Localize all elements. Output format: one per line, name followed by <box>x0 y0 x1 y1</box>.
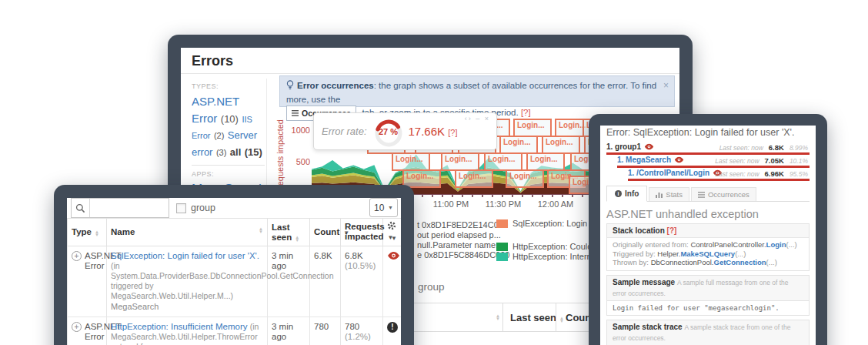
requests-impacted-cell: 6.8K(10.5%) <box>341 246 383 317</box>
y-axis-tick-label: 1000 <box>278 126 310 135</box>
y-axis-tick-label: 500 <box>278 157 310 166</box>
error-name-link[interactable]: HttpException: Insufficient Memory <box>111 322 247 331</box>
help-link[interactable]: [?] <box>667 226 677 235</box>
group-percent: 10.1% <box>790 157 808 165</box>
exception-subtitle: ASP.NET unhandled exception <box>606 208 810 220</box>
table-row[interactable]: +ASP.NET Error HttpException: Insufficie… <box>68 317 402 345</box>
legend-swatch-orange <box>496 219 508 228</box>
group-percent: 8.99% <box>790 144 808 152</box>
alert-status-cell[interactable]: ! <box>383 317 402 345</box>
error-detail-title: Error: SqlException: Login failed for us… <box>606 127 810 138</box>
sidebar-divider <box>192 165 265 166</box>
group-row[interactable]: 1. group1 Last seen: now6.8K8.99% <box>606 142 810 152</box>
tab-stats[interactable]: Stats <box>649 187 689 201</box>
sample-stack-trace-header: Sample stack trace A sample stack trace … <box>606 320 810 345</box>
name-column-header[interactable]: Name▲▼ <box>107 219 268 246</box>
group-name[interactable]: 1. /ControlPanel/Login <box>628 169 723 177</box>
chevron-down-icon: ▼ <box>388 205 393 210</box>
x-axis-tick-label: 12:00 AM <box>529 199 582 209</box>
occurrence-annotation-box[interactable]: Login... <box>455 169 493 188</box>
group-row[interactable]: 1. /ControlPanel/Login Last seen: now6.9… <box>606 169 810 179</box>
last-seen-text: Last seen: now <box>719 144 763 152</box>
errors-table: Type▲▼ Name▲▼ Last seen▲▼ Count▼ Request… <box>67 218 401 345</box>
occurrence-annotation-box[interactable]: Login... <box>506 169 544 188</box>
bar-chart-icon <box>656 192 663 198</box>
table-toolbar: group 10 ▼ <box>67 198 401 218</box>
group-checkbox[interactable] <box>176 203 186 213</box>
group-name[interactable]: 1. MegaSearch <box>617 156 684 164</box>
occurrence-annotation-box[interactable]: Login... <box>441 152 479 171</box>
table-row[interactable]: +ASP.NET Error SqlException: Login faile… <box>68 246 402 317</box>
gear-icon <box>387 221 396 230</box>
filter-aspnet-error-count: (10) <box>221 113 239 125</box>
search-input[interactable] <box>90 199 169 217</box>
occurrence-annotation-box[interactable]: Login... <box>526 152 565 171</box>
eye-icon <box>387 251 400 260</box>
last-seen-column-header[interactable]: Last seen▲▼ <box>268 219 310 246</box>
occurrence-annotation-box[interactable]: Login... <box>513 119 552 137</box>
title-separator <box>181 73 679 74</box>
legend-fragment: out period elapsed p... <box>417 230 501 239</box>
occurrence-annotation-box[interactable]: Login... <box>484 152 522 171</box>
group-checkbox-label: group <box>191 203 215 213</box>
table-header-row: Type▲▼ Name▲▼ Last seen▲▼ Count▼ Request… <box>68 219 402 246</box>
eye-icon <box>674 156 684 163</box>
notice-close-icon[interactable]: × <box>663 79 669 92</box>
search-icon <box>72 199 90 217</box>
chevron-down-icon: ▼ <box>391 235 397 242</box>
stack-location-header: Stack location [?] <box>607 224 809 238</box>
error-groups: 1. group1 Last seen: now6.8K8.99% 1. Meg… <box>606 142 810 179</box>
occurrence-annotation-box[interactable]: Login... <box>499 136 538 154</box>
lightbulb-icon <box>286 80 294 93</box>
widget-window-controls[interactable]: ‹› – × <box>465 115 490 122</box>
sort-icon[interactable]: ▲▼ <box>496 314 500 320</box>
occurrence-annotation-box[interactable]: Login... <box>402 169 441 188</box>
count-column-header[interactable]: Count▼ <box>310 219 341 246</box>
error-rate-help-link[interactable]: [?] <box>448 128 457 137</box>
requests-impacted-column-header[interactable]: Requests impacted▼ <box>341 219 383 246</box>
error-name-link[interactable]: SqlException: Login failed for user 'X'. <box>111 251 259 260</box>
column-divider <box>502 303 503 331</box>
occurrence-annotation-box[interactable]: Login... <box>392 152 430 171</box>
filter-iis-error-count: (2) <box>214 131 224 140</box>
method-link[interactable]: GetConnection <box>714 258 766 266</box>
group-percent: 95.5% <box>790 170 808 178</box>
search-box[interactable] <box>71 198 169 218</box>
group-count: 6.8K <box>769 143 784 152</box>
group-name[interactable]: 1. group1 <box>606 142 654 151</box>
tab-info[interactable]: iInfo <box>606 186 647 202</box>
error-rate-total: 17.66K [?] <box>409 125 458 138</box>
count-cell: 6.8K <box>310 246 341 317</box>
occurrence-annotation-box[interactable]: Login... <box>542 136 580 154</box>
group-count: 7.05K <box>765 156 784 165</box>
expand-row-icon[interactable]: + <box>72 251 82 261</box>
types-tag-cloud: ASP.NET Error (10) IIS Error (2) Server … <box>192 93 265 159</box>
list-icon <box>292 110 299 116</box>
notice-title: Error occurrences <box>297 81 374 90</box>
page-size-select[interactable]: 10 ▼ <box>369 198 398 217</box>
x-axis-tick-label: 11:00 PM <box>425 199 477 209</box>
red-underline <box>606 152 810 155</box>
method-link[interactable]: Login <box>766 240 786 249</box>
expand-row-icon[interactable]: + <box>72 322 82 332</box>
detail-tabs: iInfo Stats Occurrences <box>606 186 810 202</box>
count-cell: 780 <box>310 317 341 345</box>
screenshot-canvas: Errors TYPES: ASP.NET Error (10) IIS Err… <box>0 0 868 345</box>
group-checkbox-label: group <box>418 281 445 293</box>
legend-swatch-teal <box>496 253 508 261</box>
info-icon: i <box>615 190 622 197</box>
group-row[interactable]: 1. MegaSearch Last seen: now7.05K10.1% <box>606 156 810 166</box>
filter-all[interactable]: all <box>230 146 241 158</box>
sort-icon: ▲▼ <box>559 317 564 323</box>
red-underline <box>628 179 810 181</box>
error-occurrences-notice: Error occurrences: the graph shows a sub… <box>279 75 675 107</box>
sort-icon: ▲▼ <box>95 230 99 236</box>
error-rate-gauge: 27 % <box>373 117 404 148</box>
error-rate-widget: ‹› – × Error rate: 27 % 17.66K [?] <box>313 112 497 150</box>
method-link[interactable]: MakeSQLQuery <box>680 250 735 258</box>
stack-location-line: Thrown by: DbConnectionPool.GetConnectio… <box>613 258 803 267</box>
legend-fragment: null.Parameter name... <box>417 240 502 250</box>
type-column-header[interactable]: Type▲▼ <box>68 219 107 246</box>
watch-status-cell[interactable] <box>383 246 402 317</box>
tab-occurrences[interactable]: Occurrences <box>691 187 756 201</box>
